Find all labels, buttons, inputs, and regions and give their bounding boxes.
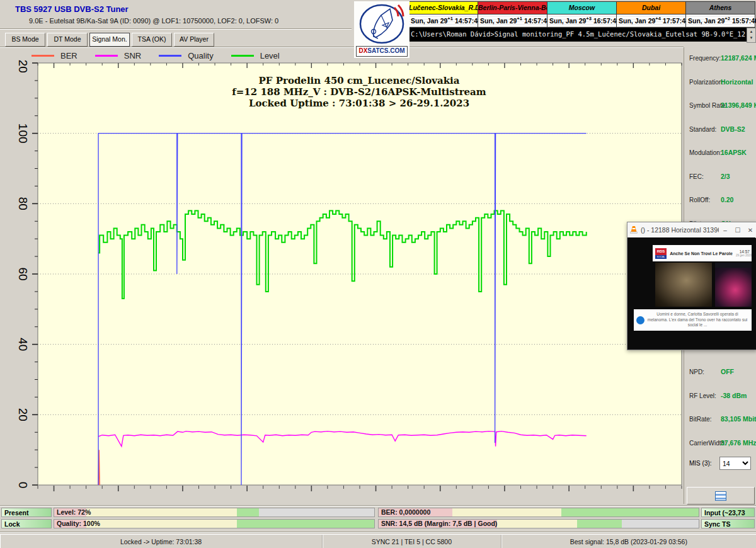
clock-time: 14:57:40: [455, 17, 481, 25]
satellite-subtitle: 9.0E - Eutelsat 9B/Ka-Sat 9A (ID: 0090) …: [29, 17, 278, 25]
tbs-signal-monitor-app: { "app": { "title": "TBS 5927 USB DVB-S2…: [0, 0, 756, 548]
song-title: Anche Se Non Trovi Le Parole: [667, 251, 736, 256]
param-label: Standard:: [689, 126, 716, 133]
news-ticker-text: Uomini e donne, Carlotta Savorelli opera…: [647, 312, 752, 328]
utc-offset: +4: [655, 16, 661, 21]
clock-time: 17:57:40: [663, 17, 689, 25]
broadcast-date: 29 gen 2023: [736, 254, 752, 257]
utc-offset: +3: [586, 16, 592, 21]
param-label: Polarization:: [689, 79, 724, 86]
terminal-scrollbar[interactable]: ▲ ▼: [747, 28, 756, 43]
clock-date: Sun, Jan 29: [549, 17, 586, 25]
param-value: -38 dBm: [721, 392, 747, 399]
bar-label: Quality: 100%: [57, 520, 100, 528]
status-sync-counters: SYNC 21 | TEI 5 | CC 5800: [323, 535, 501, 548]
sidebar-param-polarization: Polarization:Horizontal: [684, 79, 756, 89]
vlc-titlebar[interactable]: () - 12188 Horizontal 31396,849... – ☐ ✕: [627, 222, 756, 238]
broadcast-time: 14:57: [736, 249, 750, 254]
param-value: 2/3: [721, 173, 730, 180]
clock-date: Sun, Jan 29: [688, 17, 724, 25]
minimize-icon[interactable]: –: [719, 227, 731, 234]
mis-label: MIS (3):: [689, 460, 712, 467]
param-label: NPD:: [689, 368, 704, 375]
legend-line-snr: [95, 55, 118, 57]
clock-time: 16:57:40: [593, 17, 620, 25]
song-title-wrap: Anche Se Non Trovi Le Parole: [667, 251, 736, 256]
chart-title-line2: f=12 188 MHz_V : DVB-S2/16APSK-Multistre…: [132, 86, 586, 98]
tab-signal-mon-[interactable]: Signal Mon.: [89, 33, 130, 47]
maximize-icon[interactable]: ☐: [731, 227, 744, 234]
tab-dt-mode[interactable]: DT Mode: [47, 33, 88, 47]
chart-canvas: 020406080100120: [0, 60, 684, 504]
bar-segment: [86, 520, 237, 528]
sidebar-param-symbolrate: Symbol Rate:31396,849 KS/s: [684, 102, 756, 112]
sidebar-param-rflevel: RF Level:-38 dBm: [684, 392, 756, 402]
status-box-present: Present: [1, 508, 52, 517]
mis-select[interactable]: 14: [719, 457, 751, 470]
thumb-header-bar: [715, 263, 752, 268]
chart-title: PF Prodelin 450 cm_Lucenec/Slovakia f=12…: [132, 75, 586, 109]
param-label: Frequency:: [689, 55, 721, 62]
svg-text:40: 40: [16, 338, 30, 351]
sidebar-param-npd: NPD:OFF: [684, 368, 756, 379]
chart-title-line1: PF Prodelin 450 cm_Lucenec/Slovakia: [132, 75, 586, 86]
statusbar-divider: [0, 532, 756, 533]
sidebar-param-fec: FEC:2/3: [684, 173, 756, 183]
bar-segment: [622, 520, 699, 528]
clock-moscow: MoscowSun, Jan 29+316:57:40: [547, 2, 617, 27]
app-title: TBS 5927 USB DVB-S2 Tuner: [15, 4, 129, 14]
bar-segment: [561, 508, 699, 517]
scroll-up-icon[interactable]: ▲: [747, 28, 755, 35]
legend-label: Level: [260, 51, 280, 60]
clock-lu-enec-slovakia-r-d-vid: Lučenec-Slovakia_R.DávidSun, Jan 29+114:…: [409, 2, 478, 27]
status-uptime: Locked -> Uptime: 73:01:38: [0, 535, 323, 548]
stream-list-button[interactable]: [687, 487, 755, 505]
vlc-window-title: () - 12188 Horizontal 31396,849...: [641, 226, 719, 234]
clock-city-label: Athens: [686, 2, 755, 14]
legend-item-quality: Quality: [159, 51, 213, 60]
bar-segment: [86, 508, 237, 517]
param-value: OFF: [721, 368, 734, 375]
vlc-window: () - 12188 Horizontal 31396,849... – ☐ ✕…: [627, 222, 756, 350]
clock-time-row: Sun, Jan 29+316:57:40: [547, 14, 616, 26]
clock-dubai: DubaiSun, Jan 29+417:57:40: [617, 2, 686, 27]
bar-segment: [497, 520, 577, 528]
clock-city-label: Lučenec-Slovakia_R.Dávid: [409, 2, 478, 14]
clock-date: Sun, Jan 29: [619, 17, 655, 25]
bar-label: BER: 0,0000000: [381, 508, 430, 517]
main-video-frame: [655, 263, 712, 307]
dxsatcs-logo: DXSATCS.COM: [354, 1, 410, 58]
chart-title-line3: Locked Uptime : 73:01:38 > 26-29.1.2023: [132, 98, 586, 109]
tab-av-player[interactable]: AV Player: [174, 33, 214, 47]
legend-label: Quality: [188, 51, 213, 60]
legend-label: SNR: [124, 51, 141, 60]
svg-text:100: 100: [16, 123, 30, 144]
rds-logo-text: RDS: [655, 248, 667, 255]
broadcast-clock: 14:57 29 gen 2023: [736, 249, 752, 257]
bar-segment: [452, 508, 561, 517]
legend-item-ber: BER: [32, 51, 77, 60]
clock-city-label: Dubai: [617, 2, 685, 14]
param-label: FEC:: [689, 173, 704, 180]
close-icon[interactable]: ✕: [744, 227, 756, 234]
utc-offset: +1: [447, 16, 453, 21]
clock-athens: AthensSun, Jan 29+215:57:40: [686, 2, 755, 27]
news-ticker-icon: [636, 316, 644, 324]
scroll-down-icon[interactable]: ▼: [747, 35, 755, 41]
sidebar-param-standard: Standard:DVB-S2: [684, 126, 756, 136]
status-best-signal: Best signal: 15,8 dB (2023-01-29 03:56): [501, 535, 756, 548]
param-value: 83,105 Mbit/s: [721, 415, 756, 423]
clock-berlin-paris-vienna-belgrade: Berlin-Paris-Vienna-BelgradeSun, Jan 29+…: [478, 2, 547, 27]
vlc-cone-icon: [629, 225, 638, 234]
vlc-video-area[interactable]: RDS SOCIAL TV Anche Se Non Trovi Le Paro…: [627, 237, 755, 348]
tab-tsa-ok-[interactable]: TSA (OK): [132, 33, 172, 47]
command-prompt[interactable]: C:\Users\Roman Dávid>Signal monitoring_P…: [408, 28, 749, 42]
bar-segment: [237, 520, 374, 528]
logo-wordmark: DXSATCS.COM: [356, 46, 408, 57]
param-label: RollOff:: [689, 197, 710, 203]
clock-time-row: Sun, Jan 29+215:57:40: [686, 14, 755, 26]
world-clocks-panel: Lučenec-Slovakia_R.DávidSun, Jan 29+114:…: [408, 1, 755, 28]
tab-bs-mode[interactable]: BS Mode: [5, 33, 45, 47]
bar-segment: [577, 520, 622, 528]
header-divider: [0, 28, 352, 30]
